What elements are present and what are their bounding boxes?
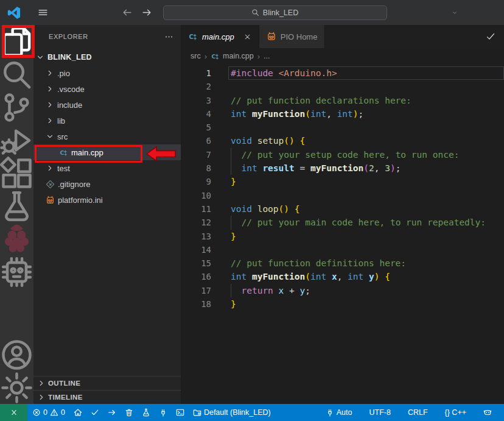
activity-item-accounts[interactable] <box>0 338 33 371</box>
svg-text:C: C <box>211 52 215 59</box>
tab-main-cpp[interactable]: Cmain.cpp <box>181 25 259 48</box>
code-line-8[interactable]: 8 int result = myFunction(2, 3); <box>181 161 504 175</box>
code-line-12[interactable]: 12 // put your main code here, to run re… <box>181 216 504 229</box>
menu-icon[interactable] <box>38 7 48 18</box>
git-file-icon <box>46 180 55 189</box>
tree-item-label: BLINK_LED <box>47 53 92 62</box>
tree-item--pio[interactable]: .pio <box>33 65 181 81</box>
tree-item-main-cpp[interactable]: Cmain.cpp <box>33 144 181 160</box>
terminal-icon <box>176 408 184 417</box>
arrow-right-icon <box>108 408 116 417</box>
activity-item-platformio[interactable] <box>0 255 33 288</box>
breadcrumb-item[interactable]: ... <box>264 52 270 60</box>
code-line-5[interactable]: 5 <box>181 121 504 134</box>
code-area[interactable]: 1#include <Arduino.h>23// put function d… <box>181 64 504 404</box>
status-item-problems[interactable]: 00 <box>29 404 69 421</box>
line-content: // put function declarations here: <box>211 94 411 107</box>
editor-check-icon[interactable] <box>486 32 495 41</box>
line-number: 9 <box>181 175 211 188</box>
line-number: 1 <box>181 66 211 80</box>
line-number: 17 <box>181 284 211 297</box>
code-line-2[interactable]: 2 <box>181 80 504 93</box>
indent-guide <box>231 148 231 161</box>
code-line-3[interactable]: 3// put function declarations here: <box>181 94 504 107</box>
status-item-copilot-status[interactable] <box>480 404 495 421</box>
tree-item-lib[interactable]: lib <box>33 113 181 129</box>
code-line-18[interactable]: 18} <box>181 297 504 311</box>
status-item-encoding[interactable]: UTF-8 <box>365 404 394 421</box>
status-item-remote[interactable] <box>0 404 27 421</box>
chevron-right-icon <box>46 164 54 172</box>
ellipsis-icon[interactable] <box>164 32 173 41</box>
breadcrumb-item[interactable]: src <box>191 52 201 60</box>
activity-item-settings[interactable] <box>0 371 33 404</box>
status-bar: 00Default (Blink_LED) AutoUTF-8CRLF{} C+… <box>0 404 504 421</box>
tree-item-src[interactable]: src <box>33 129 181 144</box>
status-item-serial-port[interactable]: Auto <box>322 404 356 421</box>
status-item-pio-home[interactable] <box>70 404 86 421</box>
line-number: 6 <box>181 134 211 147</box>
line-number: 10 <box>181 189 211 202</box>
activity-item-search[interactable] <box>0 58 33 91</box>
svg-text:C: C <box>189 34 194 40</box>
trash-icon <box>125 408 133 417</box>
line-number: 4 <box>181 107 211 121</box>
code-line-11[interactable]: 11void loop() { <box>181 202 504 216</box>
activity-bar-bottom <box>0 338 33 404</box>
tree-item--vscode[interactable]: .vscode <box>33 81 181 97</box>
activity-item-testing[interactable] <box>0 189 33 222</box>
status-item-pio-serial-monitor[interactable] <box>155 404 171 421</box>
code-line-16[interactable]: 16int myFunction(int x, int y) { <box>181 270 504 283</box>
sidebar-section-timeline[interactable]: TIMELINE <box>33 390 181 404</box>
remote-icon <box>10 408 18 417</box>
code-line-14[interactable]: 14 <box>181 243 504 256</box>
tree-item-blink-led[interactable]: BLINK_LED <box>33 49 181 65</box>
code-line-6[interactable]: 6void setup() { <box>181 134 504 147</box>
tree-item-platformio-ini[interactable]: platformio.ini <box>33 192 181 208</box>
line-number: 7 <box>181 148 211 161</box>
activity-item-extensions[interactable] <box>0 157 33 189</box>
status-item-eol[interactable]: CRLF <box>404 404 432 421</box>
tree-item-test[interactable]: test <box>33 160 181 176</box>
breadcrumb-item[interactable]: Cmain.cpp <box>211 52 254 61</box>
line-content: } <box>211 297 236 311</box>
status-item-pio-test[interactable] <box>138 404 154 421</box>
tree-item-include[interactable]: include <box>33 97 181 113</box>
command-center-search[interactable]: Blink_LED <box>163 5 387 20</box>
file-tree: BLINK_LED.pio.vscodeincludelibsrcCmain.c… <box>33 49 181 208</box>
chevron-right-icon <box>46 85 54 93</box>
status-item-pio-terminal[interactable] <box>172 404 188 421</box>
code-line-10[interactable]: 10 <box>181 189 504 202</box>
code-line-17[interactable]: 17 return x + y; <box>181 284 504 297</box>
activity-item-explorer[interactable] <box>0 25 33 58</box>
code-line-9[interactable]: 9} <box>181 175 504 188</box>
tree-item--gitignore[interactable]: .gitignore <box>33 176 181 192</box>
home-icon <box>74 408 82 417</box>
tab-pio-home[interactable]: PIO Home <box>259 25 326 48</box>
status-item-pio-build[interactable] <box>87 404 103 421</box>
code-line-15[interactable]: 15// put function definitions here: <box>181 256 504 270</box>
activity-item-raspberry-pi[interactable] <box>0 222 33 255</box>
activity-bar-top <box>0 25 33 288</box>
sidebar-section-outline[interactable]: OUTLINE <box>33 376 181 390</box>
activity-item-run-debug[interactable] <box>0 124 33 157</box>
status-item-pio-upload[interactable] <box>104 404 120 421</box>
status-item-pio-clean[interactable] <box>121 404 137 421</box>
close-icon[interactable] <box>243 33 251 41</box>
code-line-1[interactable]: 1#include <Arduino.h> <box>181 66 504 80</box>
chevron-right-icon <box>37 379 46 387</box>
tab-label: main.cpp <box>202 32 234 41</box>
code-line-7[interactable]: 7 // put your setup code here, to run on… <box>181 148 504 161</box>
nav-forward-icon[interactable] <box>142 7 152 18</box>
nav-back-icon[interactable] <box>122 7 132 18</box>
code-line-4[interactable]: 4int myFunction(int, int); <box>181 107 504 121</box>
activity-item-source-control[interactable] <box>0 91 33 124</box>
line-content: // put function definitions here: <box>211 256 406 270</box>
vscode-logo-icon <box>7 5 21 20</box>
copilot-icon <box>483 408 492 417</box>
copilot-button[interactable] <box>450 10 458 16</box>
code-line-13[interactable]: 13} <box>181 230 504 243</box>
status-item-pio-env[interactable]: Default (Blink_LED) <box>189 404 275 421</box>
status-item-language-mode[interactable]: {} C++ <box>441 404 470 421</box>
tree-item-label: .pio <box>57 69 70 78</box>
